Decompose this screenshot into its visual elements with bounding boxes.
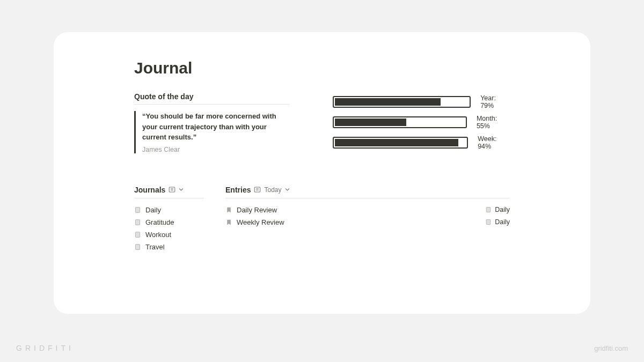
svg-rect-7 <box>135 232 140 237</box>
svg-rect-16 <box>486 220 491 225</box>
quote-author: James Clear <box>142 146 290 153</box>
bottom-row: Journals Daily Gratitude <box>134 186 510 253</box>
progress-label-week: Week: 94% <box>478 135 510 150</box>
entry-tag-label: Daily <box>495 206 510 213</box>
entry-tag: Daily <box>485 218 510 226</box>
notebook-icon <box>134 231 141 238</box>
quote-text: “You should be far more concerned with y… <box>142 111 290 143</box>
chevron-down-icon <box>285 187 290 192</box>
progress-fill-week <box>335 139 458 146</box>
progress-week: Week: 94% <box>333 135 510 150</box>
progress-bar-month <box>333 116 467 128</box>
journals-header[interactable]: Journals <box>134 186 204 198</box>
entry-title: Weekly Review <box>237 218 284 226</box>
notebook-icon <box>485 219 492 225</box>
progress-section: Year: 79% Month: 55% Week: 94% <box>333 92 510 150</box>
journal-item-gratitude[interactable]: Gratitude <box>134 216 204 228</box>
notebook-icon <box>134 219 141 226</box>
progress-fill-month <box>335 119 406 126</box>
svg-rect-9 <box>135 244 140 249</box>
journal-item-label: Travel <box>145 243 165 251</box>
bookmark-icon <box>225 219 232 226</box>
journals-section: Journals Daily Gratitude <box>134 186 204 253</box>
notebook-icon <box>134 206 141 213</box>
progress-label-month: Month: 55% <box>477 115 510 130</box>
chevron-down-icon <box>179 187 184 192</box>
entry-left: Weekly Review <box>225 218 284 226</box>
progress-label-year: Year: 79% <box>480 94 510 109</box>
list-view-icon <box>169 186 175 193</box>
quote-section: Quote of the day “You should be far more… <box>134 92 290 153</box>
journals-title: Journals <box>134 186 165 194</box>
entries-section: Entries Today Daily Review <box>225 186 510 228</box>
list-view-icon <box>254 186 261 193</box>
journal-item-workout[interactable]: Workout <box>134 228 204 241</box>
app-card: Journal Quote of the day “You should be … <box>54 32 590 314</box>
entries-title: Entries <box>225 186 251 194</box>
entry-title: Daily Review <box>237 206 277 214</box>
entry-row-daily-review[interactable]: Daily Review Daily <box>225 204 510 216</box>
svg-rect-5 <box>135 219 140 225</box>
entries-view-label: Today <box>264 186 281 194</box>
notebook-icon <box>134 243 141 250</box>
progress-bar-year <box>333 96 471 108</box>
page-title: Journal <box>134 59 510 77</box>
journal-item-label: Gratitude <box>145 218 174 226</box>
quote-heading: Quote of the day <box>134 92 290 105</box>
svg-rect-14 <box>486 208 491 212</box>
quote-block: “You should be far more concerned with y… <box>134 111 290 153</box>
progress-month: Month: 55% <box>333 115 510 130</box>
entry-tag-label: Daily <box>495 218 510 226</box>
entries-header[interactable]: Entries Today <box>225 186 510 198</box>
notebook-icon <box>485 206 492 213</box>
entry-tag: Daily <box>485 206 510 213</box>
svg-rect-11 <box>255 187 261 192</box>
svg-rect-0 <box>170 187 175 192</box>
journal-item-travel[interactable]: Travel <box>134 241 204 253</box>
bookmark-icon <box>225 206 232 213</box>
journal-item-daily[interactable]: Daily <box>134 204 204 216</box>
entry-left: Daily Review <box>225 206 277 214</box>
svg-rect-3 <box>135 207 140 212</box>
watermark-url: gridfiti.com <box>594 344 628 352</box>
entry-row-weekly-review[interactable]: Weekly Review Daily <box>225 216 510 228</box>
watermark-brand: GRIDFITI <box>16 344 74 352</box>
journal-item-label: Daily <box>145 206 161 214</box>
progress-year: Year: 79% <box>333 94 510 109</box>
progress-fill-year <box>335 98 441 106</box>
top-row: Quote of the day “You should be far more… <box>134 92 510 153</box>
journal-item-label: Workout <box>145 231 171 239</box>
progress-bar-week <box>333 137 468 149</box>
